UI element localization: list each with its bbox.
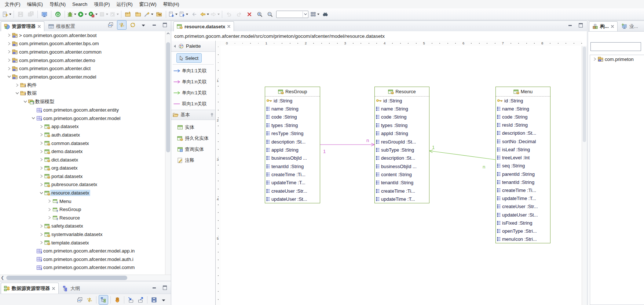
relation-tool-单向n:1关联[interactable]: 单向n:1关联 [173,88,206,98]
entity-field[interactable]: updateUser :St... [265,195,320,203]
expander-collapsed-icon[interactable] [46,215,52,220]
maximize-button[interactable] [160,21,169,29]
run-special-button[interactable] [88,10,98,19]
tree-item[interactable]: ?数据 [0,89,165,98]
scrollbar-thumb[interactable] [583,47,586,142]
palette-header[interactable]: Palette [171,41,215,52]
expander-collapsed-icon[interactable] [38,149,44,154]
expander-collapsed-icon[interactable] [46,207,52,212]
scroll-left-icon[interactable]: ❮ [1,275,4,280]
entity-field[interactable]: subType :String [375,146,429,154]
entity-field[interactable]: resGroupId :St... [375,138,429,146]
entity-field[interactable]: appId :String [265,146,320,154]
menu-文件F[interactable]: 文件(F) [1,0,24,9]
save-datasource-button[interactable] [150,295,158,304]
tree-item[interactable]: template.datasetx [0,239,165,247]
tree-item[interactable]: com.primeton.gocom.afcenter.demo [0,56,165,65]
entity-field[interactable]: openType :Stri... [496,227,550,235]
scrollbar-thumb[interactable] [6,276,127,280]
tree-item[interactable]: common.datasetx [0,139,165,148]
entity-field[interactable]: isLeaf :String [496,145,550,153]
entity-field[interactable]: businessObjId ... [265,154,320,162]
back-dropdown-icon[interactable] [207,14,209,15]
debug-dropdown-icon[interactable] [74,14,76,15]
import-button[interactable] [127,295,135,304]
maximize-button[interactable] [576,21,585,30]
run-button[interactable] [77,10,87,19]
relaunch-dropdown-icon[interactable] [117,14,119,15]
entity-field[interactable]: parentId :String [496,170,550,178]
close-tab-icon[interactable] [611,25,614,28]
right-tab-业...[interactable]: 业... [618,21,641,31]
entity-field[interactable]: sortNo :Decimal [496,137,550,145]
entity-field[interactable]: appId :String [375,130,429,138]
tree-item[interactable]: ?ResGroup [0,205,165,214]
layout-grid-button[interactable] [310,10,320,19]
expander-collapsed-icon[interactable] [38,174,44,179]
entity-field[interactable]: content :String [375,170,429,178]
tree-item[interactable]: dict.datasetx [0,156,165,164]
link-with-editor-button[interactable] [85,295,94,304]
entity-field[interactable]: description :St... [375,154,429,162]
tree-item[interactable]: pubresource.datasetx [0,181,165,189]
entity-field[interactable]: tenantId :String [496,178,550,186]
expander-collapsed-icon[interactable] [38,141,44,146]
palette-item-注释[interactable]: 注释 [177,155,194,166]
collapse-all-button[interactable] [106,21,115,29]
explorer-tab-资源管理器[interactable]: 资源管理器 [1,21,44,31]
checkout-dropdown-icon[interactable] [175,14,178,15]
entity-field[interactable]: updateTime :T... [375,195,429,203]
forward-dropdown-icon[interactable] [217,14,220,15]
start-server-button[interactable] [53,10,63,19]
pin-icon[interactable] [210,113,214,117]
expander-collapsed-icon[interactable] [6,41,12,46]
palette-item-实体[interactable]: 实体 [177,122,194,132]
menu-导航N[interactable]: 导航(N) [46,0,69,9]
tree-item[interactable]: ?com.primeton.gocom.afcenter.model [0,114,165,123]
datasource-tab-数据源资源管理器[interactable]: 数据源资源管理器 [1,283,59,294]
tree-item[interactable]: com.primeton.gocom.afcenter.model [0,73,165,81]
datasource-tab-大纲[interactable]: 大纲 [59,283,83,294]
expander-expanded-icon[interactable] [6,74,12,79]
search-input[interactable] [590,42,641,51]
expander-collapsed-icon[interactable] [6,58,12,63]
open-console-button[interactable] [40,10,49,19]
tree-item[interactable]: systemvariable.datasetx [0,230,165,239]
diagram-canvas[interactable]: 1n1nResGroupid :Stringname :Stringcode :… [221,46,582,305]
minimize-button[interactable] [566,21,574,30]
expander-collapsed-icon[interactable] [38,157,44,162]
expander-collapsed-icon[interactable] [38,124,44,129]
expander-collapsed-icon[interactable] [6,66,12,71]
expander-collapsed-icon[interactable] [38,182,44,187]
import-folder-button[interactable] [154,10,164,19]
run-dropdown-icon[interactable] [85,14,87,15]
entity-field[interactable]: seq :String [496,162,550,170]
refresh-button[interactable] [128,21,137,29]
expander-expanded-icon[interactable] [14,91,20,96]
entity-field[interactable]: isFixed :String [496,219,550,227]
tree-item[interactable]: ?com.primeton.gocom.afcenter.entity [0,106,165,114]
entity-field[interactable]: description :St... [265,138,320,146]
tree-item[interactable]: com.primeton.gocom.afcenter.dict [0,64,165,73]
relation-tool-双向1:n关联[interactable]: 双向1:n关联 [173,99,206,109]
expander-collapsed-icon[interactable] [6,33,12,38]
entity-field[interactable]: types :String [265,121,320,129]
link-with-editor-button[interactable] [117,20,127,30]
menu-窗口W[interactable]: 窗口(W) [136,0,160,9]
palette-item-查询实体[interactable]: 查询实体 [177,144,204,155]
expander-expanded-icon[interactable] [30,116,36,121]
entity-field[interactable]: updateTime :T... [496,195,550,203]
palette-item-持久化实体[interactable]: 持久化实体 [177,133,209,144]
search-button[interactable] [321,10,330,19]
entity-field[interactable]: types :String [375,121,429,129]
delete-button[interactable] [245,10,254,19]
right-tab-构...[interactable]: 构... [589,21,618,31]
menu-项目P[interactable]: 项目(P) [91,0,113,9]
entity-field[interactable]: businessObjId ... [375,162,429,170]
tree-item[interactable]: ?数据模型 [0,98,165,106]
tree-item[interactable]: resource.datasetx [0,189,165,197]
entity-field[interactable]: createUser :Str... [496,203,550,211]
menu-运行R[interactable]: 运行(R) [113,0,136,9]
entity-field[interactable]: id :String [496,97,550,105]
expander-collapsed-icon[interactable] [38,232,44,237]
